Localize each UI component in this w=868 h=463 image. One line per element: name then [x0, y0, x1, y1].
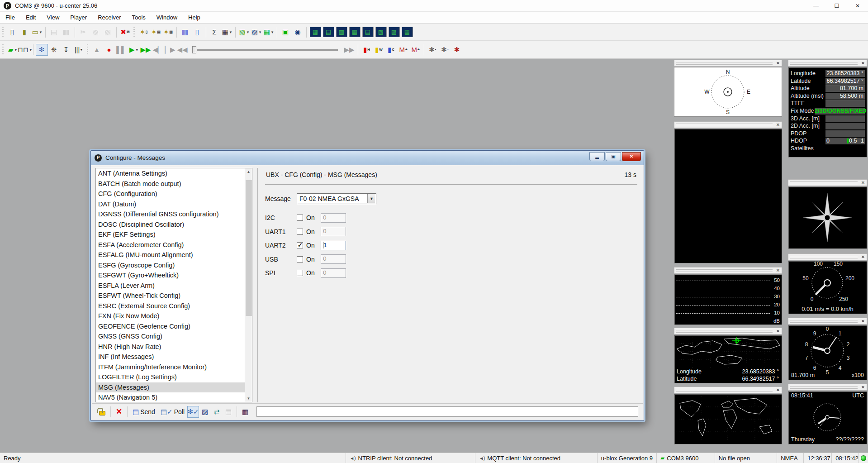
message-class-item[interactable]: EKF (EKF Settings) — [96, 229, 252, 240]
table-poll-icon[interactable]: ▦ — [239, 406, 251, 418]
maximize-button[interactable]: ☐ — [826, 0, 847, 12]
dock-data-view-icon[interactable]: ▤▾ — [362, 27, 374, 37]
menu-item[interactable]: Window — [151, 12, 183, 23]
camera-view-icon[interactable]: ▣▾ — [280, 26, 292, 38]
message-class-item[interactable]: ESFALG (IMU-mount Alignment) — [96, 250, 252, 260]
clear-messages-icon[interactable]: ✖✉▾ — [119, 26, 131, 38]
debug-messages-icon[interactable]: ❈▾ — [48, 44, 60, 56]
message-class-item[interactable]: ANT (Antenna Settings) — [96, 168, 252, 179]
dock-world-position-icon[interactable]: ▦▾ — [402, 27, 413, 37]
message-class-item[interactable]: CFG (Configuration) — [96, 189, 252, 199]
save-receiver-config-icon[interactable]: ✱▪▾ — [427, 44, 439, 56]
firmware-download-icon[interactable]: ↧▾ — [60, 44, 72, 56]
close-icon[interactable]: ✕ — [860, 180, 866, 186]
menu-item[interactable]: Edit — [20, 12, 41, 23]
menu-item[interactable]: Tools — [126, 12, 151, 23]
world-map-panel-bar[interactable]: ✕ — [674, 387, 782, 393]
close-button[interactable]: ✕ — [847, 0, 868, 12]
new-file-icon[interactable]: ▯▾ — [6, 26, 19, 38]
message-class-item[interactable]: GEOFENCE (Geofence Config) — [96, 321, 252, 332]
new-text-console-icon[interactable]: ✶▥▾ — [162, 26, 174, 38]
status-ntrip[interactable]: ◄)NTRIP client: Not connected — [346, 453, 475, 463]
copy-icon[interactable]: ▨▾ — [90, 26, 102, 38]
dock-clock-icon[interactable]: ▧▾ — [375, 27, 387, 37]
message-class-item[interactable]: INF (Inf Messages) — [96, 352, 252, 362]
port-rate-field[interactable]: 0 — [321, 213, 346, 223]
close-icon[interactable]: ✕ — [860, 318, 866, 325]
save-file-icon[interactable]: ▮▾ — [19, 26, 31, 38]
data-panel-bar[interactable]: ✕ — [788, 60, 867, 67]
load-receiver-memory-icon[interactable]: M+▾ — [409, 44, 422, 56]
list-splitter[interactable] — [257, 168, 258, 402]
eject-icon[interactable]: ▲▾ — [91, 44, 103, 56]
message-class-item[interactable]: LOGFILTER (Log Settings) — [96, 372, 252, 382]
table-view-icon[interactable]: ▦▾ — [221, 26, 233, 38]
dock-compass-icon[interactable]: ▥▾ — [336, 27, 347, 37]
sky-view-panel-bar[interactable]: ✕ — [674, 121, 782, 128]
copy-config-icon[interactable]: ▨ — [199, 406, 211, 418]
menu-item[interactable]: View — [41, 12, 65, 23]
clock-panel-bar[interactable]: ✕ — [788, 384, 867, 391]
toolbar-grip[interactable] — [2, 44, 5, 55]
cut-icon[interactable]: ✂▾ — [77, 26, 90, 38]
speedometer-panel-bar[interactable]: ✕ — [788, 253, 867, 260]
receiver-action-icon[interactable]: ✱▾ — [451, 44, 463, 56]
open-file-icon[interactable]: ▭▾ — [31, 26, 43, 38]
close-icon[interactable]: ✕ — [775, 122, 781, 128]
compass-rose-panel-bar[interactable]: ✕ — [788, 179, 867, 186]
dialog-maximize-button[interactable]: ▣ — [606, 152, 621, 161]
step-forward-icon[interactable]: ▏▶▾ — [164, 44, 176, 56]
new-window-icon[interactable]: ▯▾ — [191, 26, 204, 38]
close-icon[interactable]: ✕ — [775, 387, 781, 393]
altimeter-panel-bar[interactable]: ✕ — [788, 318, 867, 325]
message-class-item[interactable]: BATCH (Batch mode output) — [96, 179, 252, 189]
play-icon[interactable]: ▶▾ — [128, 44, 140, 56]
message-class-item[interactable]: ESFG (Gyroscope Config) — [96, 260, 252, 271]
scroll-up-icon[interactable]: ▲ — [245, 168, 252, 175]
scrollbar-thumb[interactable] — [246, 180, 252, 316]
dialog-close-button[interactable]: ✕ — [622, 152, 641, 161]
playback-slider[interactable] — [191, 46, 341, 54]
dialog-command-input[interactable] — [256, 406, 638, 417]
port-rate-field[interactable]: 0 — [321, 254, 346, 264]
fast-forward-icon[interactable]: ▶▶▾ — [140, 44, 152, 56]
dialog-minimize-button[interactable]: ▂ — [589, 152, 605, 161]
message-class-item[interactable]: ITFM (Jamming/Interference Monitor) — [96, 362, 252, 372]
message-class-item[interactable]: FXN (Fix Now Mode) — [96, 311, 252, 321]
close-icon[interactable]: ✕ — [860, 60, 866, 67]
record-icon[interactable]: ●▾ — [103, 44, 115, 56]
port-on-checkbox[interactable] — [297, 256, 303, 263]
pause-icon[interactable]: ▌▌▾ — [115, 44, 128, 56]
message-class-item[interactable]: HNR (High Nav Rate) — [96, 342, 252, 352]
paste-icon[interactable]: ▧▾ — [102, 26, 114, 38]
message-class-item[interactable]: DAT (Datum) — [96, 199, 252, 210]
autobaud-icon[interactable]: ✻▾ — [36, 44, 48, 56]
status-mqtt[interactable]: ◄)MQTT client: Not connected — [475, 453, 598, 463]
print-icon[interactable]: ▤▾ — [48, 26, 60, 38]
dock-speedometer-icon[interactable]: ▦▾ — [349, 27, 360, 37]
statistic-view-icon[interactable]: Σ▾ — [209, 26, 221, 38]
send-button[interactable]: ▤Send — [133, 408, 155, 416]
message-class-item[interactable]: ESFGWT (Gyro+Wheeltick) — [96, 270, 252, 281]
map-view-icon[interactable]: ▧▾ — [238, 26, 250, 38]
message-class-item[interactable]: ESFA (Accelerometer Config) — [96, 240, 252, 250]
toolbar-grip[interactable] — [86, 44, 89, 55]
close-icon[interactable]: ✕ — [860, 254, 866, 260]
playback-slider-handle[interactable] — [192, 46, 196, 53]
position-map-panel-bar[interactable]: ✕ — [674, 328, 782, 334]
toolbar-grip[interactable] — [133, 27, 136, 38]
status-com-port[interactable]: ▰COM3 9600 — [657, 453, 715, 463]
port-rate-field[interactable]: 0 — [321, 268, 346, 278]
warm-start-icon[interactable]: ▮W▾ — [373, 44, 385, 56]
port-rate-field[interactable]: 1 — [321, 241, 346, 250]
toolbar-grip[interactable] — [2, 27, 5, 38]
message-class-item[interactable]: DOSC (Disciplined Oscillator) — [96, 220, 252, 230]
menu-item[interactable]: Receiver — [92, 12, 126, 23]
unlock-icon[interactable] — [96, 406, 108, 418]
message-class-item[interactable]: NAV5 (Navigation 5) — [96, 392, 252, 402]
compass-panel-bar[interactable]: ✕ — [674, 60, 782, 67]
combo-dropdown-icon[interactable]: ▼ — [367, 194, 375, 203]
dialog-titlebar[interactable]: P Configure - Messages ▂ ▣ ✕ — [91, 151, 644, 165]
step-back-icon[interactable]: ◀▏▾ — [152, 44, 164, 56]
close-icon[interactable]: ✕ — [775, 328, 781, 334]
